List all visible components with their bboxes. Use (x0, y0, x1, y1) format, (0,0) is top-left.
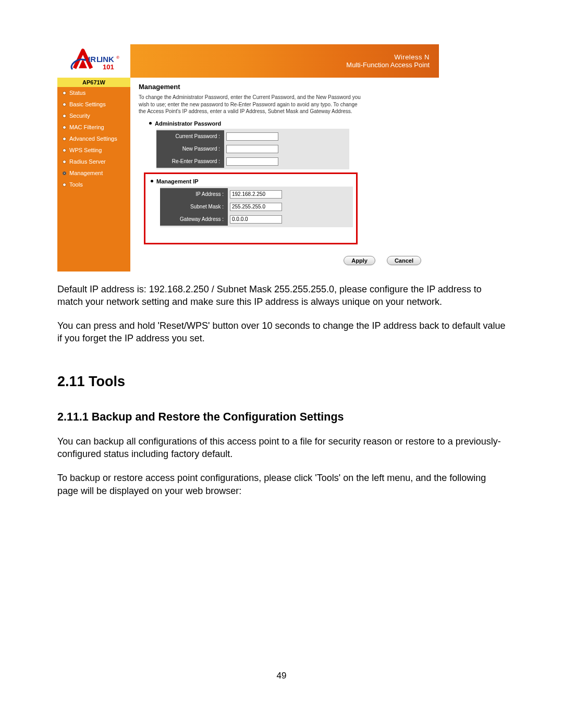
header-bar: IR L INK ® 101 Wireless N Multi-Function… (57, 44, 439, 78)
sidebar-item-management[interactable]: Management (57, 167, 130, 179)
svg-text:IR: IR (88, 55, 96, 64)
router-admin-screenshot: IR L INK ® 101 Wireless N Multi-Function… (57, 44, 439, 272)
sidebar-item-label: Management (69, 170, 103, 176)
sidebar-item-label: Advanced Settings (69, 135, 117, 142)
sidebar: AP671W StatusBasic SettingsSecurityMAC F… (57, 78, 130, 272)
banner-line1: Wireless N (394, 53, 430, 61)
svg-text:101: 101 (103, 63, 114, 71)
doc-heading-2: 2.11 Tools (57, 374, 508, 390)
sidebar-item-tools[interactable]: Tools (57, 179, 130, 190)
field-label: Re-Enter Password : (156, 155, 224, 168)
page-desc: To change the Administrator Password, en… (139, 94, 363, 115)
bullet-icon (151, 180, 153, 182)
model-label: AP671W (57, 78, 130, 87)
field-value-cell (228, 201, 353, 213)
subhead-admin-pw: Administrator Password (149, 120, 433, 127)
field-label: Gateway Address : (160, 213, 228, 226)
bullet-icon (63, 183, 66, 187)
subhead-label: Administrator Password (155, 120, 221, 127)
content-pane: Management To change the Administrator P… (130, 78, 439, 272)
mgmt-ip-highlight: Management IP IP Address :Subnet Mask :G… (144, 172, 358, 244)
sidebar-item-label: Security (69, 113, 90, 119)
doc-paragraph: To backup or restore access point config… (57, 472, 508, 497)
bullet-icon (63, 126, 66, 129)
password-input[interactable] (226, 132, 278, 141)
bullet-icon (149, 122, 152, 125)
apply-button[interactable]: Apply (344, 256, 375, 265)
svg-text:®: ® (116, 55, 119, 60)
field-label: Current Password : (156, 130, 224, 143)
field-row: Re-Enter Password : (156, 155, 349, 168)
sidebar-item-label: Basic Settings (69, 101, 106, 107)
field-label: New Password : (156, 143, 224, 155)
subhead-mgmt-ip: Management IP (151, 178, 354, 184)
doc-paragraph: Default IP address is: 192.168.2.250 / S… (57, 283, 508, 309)
field-row: Subnet Mask : (160, 201, 353, 213)
svg-text:INK: INK (101, 55, 114, 64)
doc-heading-3: 2.11.1 Backup and Restore the Configurat… (57, 411, 508, 424)
sidebar-item-advanced-settings[interactable]: Advanced Settings (57, 133, 130, 144)
banner: Wireless N Multi-Function Access Point (130, 44, 439, 78)
mgmt-ip-fieldset: IP Address :Subnet Mask :Gateway Address… (160, 187, 353, 227)
sidebar-item-status[interactable]: Status (57, 87, 130, 98)
cancel-button[interactable]: Cancel (387, 256, 421, 265)
sidebar-item-label: Status (69, 90, 85, 96)
bullet-icon (63, 149, 66, 152)
field-row: New Password : (156, 143, 349, 155)
button-row: Apply Cancel (139, 256, 433, 265)
bullet-icon (63, 160, 66, 164)
password-input[interactable] (226, 157, 278, 166)
field-row: Gateway Address : (160, 213, 353, 226)
sidebar-item-label: Radius Server (69, 158, 106, 165)
sidebar-item-basic-settings[interactable]: Basic Settings (57, 98, 130, 110)
doc-paragraph: You can press and hold 'Reset/WPS' butto… (57, 319, 508, 345)
sidebar-item-wps-setting[interactable]: WPS Setting (57, 144, 130, 156)
bullet-icon (63, 137, 66, 141)
sidebar-item-radius-server[interactable]: Radius Server (57, 156, 130, 167)
banner-line2: Multi-Function Access Point (346, 61, 430, 69)
page-title: Management (139, 83, 433, 91)
field-value-cell (228, 213, 353, 226)
bullet-icon (63, 91, 66, 95)
airlink-logo: IR L INK ® 101 (65, 48, 123, 73)
password-input[interactable] (226, 145, 278, 153)
logo-cell: IR L INK ® 101 (57, 44, 130, 78)
field-label: IP Address : (160, 188, 228, 201)
page-number: 49 (0, 671, 563, 681)
sidebar-item-mac-filtering[interactable]: MAC Filtering (57, 121, 130, 133)
text-input[interactable] (230, 215, 282, 224)
bullet-icon (63, 114, 66, 118)
field-row: IP Address : (160, 188, 353, 201)
field-row: Current Password : (156, 130, 349, 143)
text-input[interactable] (230, 190, 282, 199)
nav-list: StatusBasic SettingsSecurityMAC Filterin… (57, 87, 130, 190)
sidebar-item-label: MAC Filtering (69, 124, 104, 130)
sidebar-item-label: WPS Setting (69, 147, 102, 153)
bullet-icon (63, 171, 66, 175)
field-value-cell (224, 155, 349, 168)
admin-password-fieldset: Current Password :New Password :Re-Enter… (156, 129, 349, 169)
sidebar-item-label: Tools (69, 181, 83, 188)
svg-point-0 (84, 59, 86, 61)
field-label: Subnet Mask : (160, 201, 228, 213)
bullet-icon (63, 103, 66, 106)
subhead-label: Management IP (156, 178, 199, 184)
text-input[interactable] (230, 203, 282, 211)
sidebar-item-security[interactable]: Security (57, 110, 130, 121)
field-value-cell (228, 188, 353, 201)
field-value-cell (224, 130, 349, 143)
field-value-cell (224, 143, 349, 155)
doc-paragraph: You can backup all configurations of thi… (57, 435, 508, 461)
